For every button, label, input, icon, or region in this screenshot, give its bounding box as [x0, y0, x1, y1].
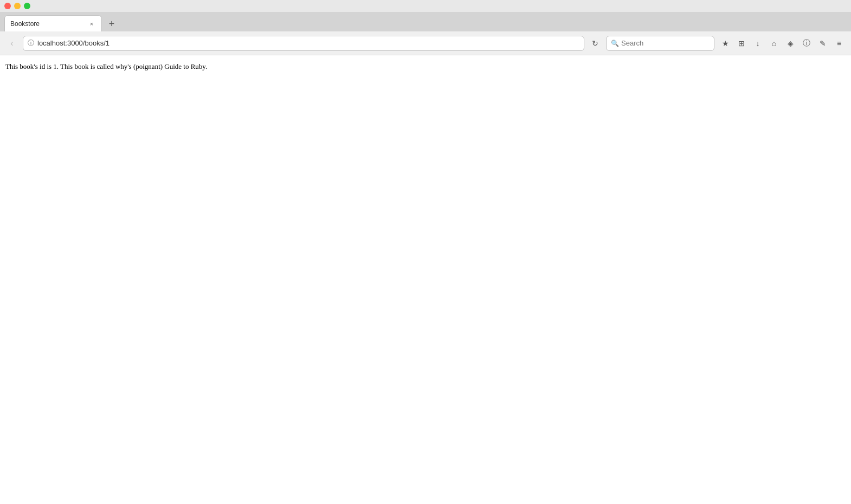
download-icon: ↓ [756, 39, 760, 48]
info-icon: ⓘ [28, 38, 34, 48]
star-icon: ★ [722, 39, 729, 48]
minimize-button[interactable] [14, 3, 21, 9]
reading-list-icon: ⊞ [738, 39, 745, 48]
tab-close-button[interactable]: × [87, 20, 96, 28]
annotate-icon: ✎ [820, 39, 826, 48]
reading-list-button[interactable]: ⊞ [734, 36, 749, 51]
close-button[interactable] [4, 3, 11, 9]
search-input[interactable] [621, 39, 712, 47]
page-text: This book's id is 1. This book is called… [5, 62, 846, 72]
reload-button[interactable]: ↻ [588, 36, 603, 51]
maximize-button[interactable] [24, 3, 30, 9]
search-container: 🔍 [606, 36, 714, 51]
home-button[interactable]: ⌂ [766, 36, 782, 51]
pocket-icon: ◈ [788, 39, 794, 48]
download-button[interactable]: ↓ [750, 36, 765, 51]
search-icon: 🔍 [611, 40, 619, 47]
toolbar: ‹ ⓘ ↻ 🔍 ★ ⊞ ↓ ⌂ ◈ ⓘ ✎ ≡ [0, 31, 851, 55]
annotate-button[interactable]: ✎ [815, 36, 830, 51]
window-controls [4, 3, 30, 9]
title-bar [0, 0, 851, 12]
address-input[interactable] [37, 39, 579, 47]
browser-tab[interactable]: Bookstore × [4, 15, 102, 31]
bookmark-button[interactable]: ★ [718, 36, 733, 51]
new-tab-button[interactable]: + [104, 16, 119, 31]
menu-icon: ≡ [837, 39, 841, 48]
page-content: This book's id is 1. This book is called… [0, 55, 851, 504]
back-icon: ‹ [10, 38, 13, 48]
info-button[interactable]: ⓘ [799, 36, 814, 51]
home-icon: ⌂ [772, 39, 776, 48]
circle-info-icon: ⓘ [803, 38, 810, 48]
tab-title: Bookstore [10, 20, 84, 28]
toolbar-actions: ★ ⊞ ↓ ⌂ ◈ ⓘ ✎ ≡ [718, 36, 847, 51]
pocket-button[interactable]: ◈ [783, 36, 798, 51]
back-button[interactable]: ‹ [4, 36, 20, 51]
reload-icon: ↻ [592, 39, 598, 48]
menu-button[interactable]: ≡ [831, 36, 847, 51]
tab-bar: Bookstore × + [0, 12, 851, 31]
address-bar-container: ⓘ [23, 36, 584, 51]
